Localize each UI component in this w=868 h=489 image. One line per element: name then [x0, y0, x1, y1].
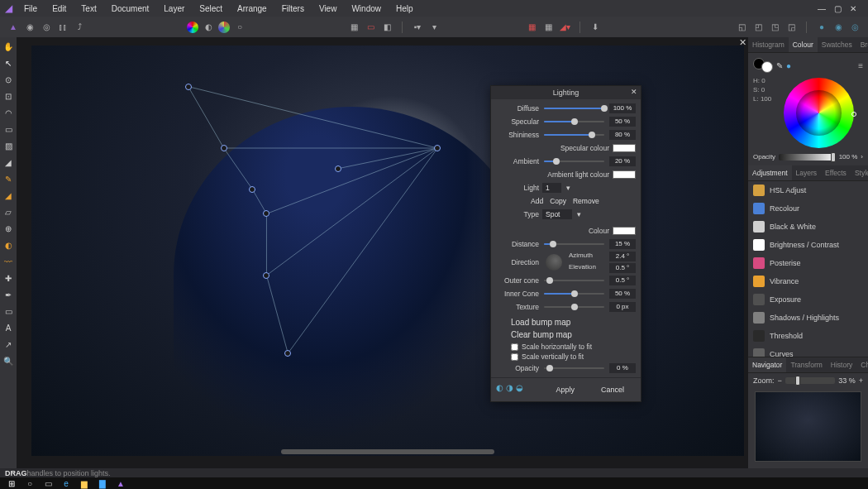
move-tool-icon[interactable]: ↖ [2, 57, 14, 69]
edge-icon[interactable]: e [58, 478, 74, 488]
smudge-tool-icon[interactable]: 〰 [2, 256, 14, 267]
dialog-titlebar[interactable]: Lighting ✕ [491, 86, 641, 99]
tab-history[interactable]: History [827, 357, 856, 372]
adjustment-item[interactable]: Threshold [748, 327, 868, 345]
mirror-view-icon[interactable]: ◒ [516, 383, 523, 396]
panel-menu-icon[interactable]: ≡ [858, 61, 863, 70]
persona-develop-icon[interactable]: ◎ [40, 21, 53, 34]
arrange-forward-icon[interactable]: ◳ [768, 21, 781, 34]
marquee-icon[interactable]: ▭ [364, 21, 377, 34]
menu-file[interactable]: File [17, 2, 44, 15]
persona-photo-icon[interactable]: ▲ [7, 21, 20, 34]
search-icon[interactable]: ○ [21, 478, 38, 488]
snap-icon[interactable]: ⬇ [589, 21, 602, 34]
copy-button[interactable]: Copy [550, 197, 566, 205]
color-cycle-icon[interactable] [187, 22, 198, 33]
close-icon[interactable]: ✕ [850, 4, 856, 13]
contrast-icon[interactable]: ◐ [202, 21, 215, 34]
menu-view[interactable]: View [312, 2, 344, 15]
type-select[interactable]: Spot [542, 209, 572, 219]
persona-export-icon[interactable]: ⤴ [73, 21, 86, 34]
light-handle[interactable] [434, 145, 441, 151]
fg-bg-swatches[interactable] [753, 58, 773, 73]
dodge-tool-icon[interactable]: ◐ [2, 239, 14, 251]
menu-edit[interactable]: Edit [45, 2, 73, 15]
outercone-slider[interactable] [544, 280, 604, 281]
remove-button[interactable]: Remove [573, 197, 599, 205]
light-handle[interactable] [284, 350, 291, 357]
light-handle[interactable] [263, 272, 269, 279]
tab-channels[interactable]: Channels [856, 357, 868, 372]
before-after-icon[interactable]: ◐ [496, 383, 503, 396]
direction-trackball[interactable] [546, 254, 562, 271]
light-select[interactable]: 1 [542, 183, 561, 193]
add-button[interactable]: Add [531, 197, 543, 205]
dialog-close-icon[interactable]: ✕ [631, 88, 637, 96]
outercone-value[interactable]: 0.5 ° [609, 276, 636, 285]
grid-icon[interactable]: ▦ [525, 21, 538, 34]
shininess-value[interactable]: 80 % [609, 130, 636, 140]
menu-select[interactable]: Select [193, 2, 229, 15]
arrange-front-icon[interactable]: ◲ [785, 21, 798, 34]
crop-icon[interactable]: ◧ [380, 21, 393, 34]
layer-mode-icon[interactable]: ▪▾ [411, 21, 424, 34]
color-dot-icon[interactable]: ● [786, 61, 791, 70]
colour-swatch[interactable] [613, 227, 636, 235]
arrange-back-icon[interactable]: ◱ [735, 21, 748, 34]
distance-value[interactable]: 15 % [609, 239, 636, 249]
misc-icon[interactable]: ▾ [427, 21, 441, 34]
tab-adjustment[interactable]: Adjustment [748, 165, 792, 180]
brush-tool-icon[interactable]: ✎ [2, 173, 14, 185]
align-icon[interactable]: ◢▾ [558, 21, 571, 34]
shininess-slider[interactable] [544, 134, 604, 136]
dlg-opacity-slider[interactable] [544, 367, 604, 369]
app-taskbar-icon[interactable]: ▲ [112, 478, 129, 488]
arrange-backward-icon[interactable]: ◰ [751, 21, 765, 34]
clear-bump-link[interactable]: Clear bump map [496, 330, 636, 341]
opacity-slider[interactable] [779, 154, 836, 161]
menu-arrange[interactable]: Arrange [231, 2, 274, 15]
erase-tool-icon[interactable]: ▱ [2, 206, 14, 218]
load-bump-link[interactable]: Load bump map [496, 314, 636, 328]
restore-icon[interactable]: ▢ [834, 4, 842, 13]
tab-brushes[interactable]: Brushes [856, 37, 868, 52]
light-handle[interactable] [263, 210, 269, 217]
zoom-out-icon[interactable]: − [778, 376, 782, 385]
specular-slider[interactable] [544, 121, 604, 122]
navigator-preview[interactable] [755, 391, 861, 462]
cancel-button[interactable]: Cancel [589, 383, 636, 396]
dlg-opacity-value[interactable]: 0 % [609, 363, 636, 373]
elevation-value[interactable]: 0.5 ° [609, 263, 636, 273]
ambient-slider[interactable] [544, 161, 604, 162]
azimuth-value[interactable]: 2.4 ° [609, 252, 636, 261]
zoom-slider[interactable] [785, 377, 835, 384]
studio-icon1[interactable]: ● [815, 21, 828, 34]
persona-tone-icon[interactable]: ⫿⫿ [56, 21, 69, 34]
menu-text[interactable]: Text [74, 2, 103, 15]
innercone-value[interactable]: 50 % [609, 289, 636, 299]
eyedropper-mini-icon[interactable]: ✎ [776, 61, 783, 70]
adjustment-item[interactable]: Black & White [748, 218, 868, 236]
scale-h-checkbox[interactable]: Scale horizontally to fit [496, 343, 636, 351]
fill-tool-icon[interactable]: ◢ [2, 189, 14, 201]
gradient-tool-icon[interactable]: ◢ [2, 156, 14, 168]
studio-icon2[interactable]: ◉ [832, 21, 845, 34]
eyedropper-icon[interactable]: ↗ [2, 338, 14, 350]
selection-brush-icon[interactable]: ◠ [2, 107, 14, 118]
color-wheel[interactable] [784, 78, 854, 148]
texture-value[interactable]: 0 px [609, 302, 636, 312]
specular-colour-swatch[interactable] [613, 144, 636, 152]
hand-tool-icon[interactable]: ✋ [2, 41, 14, 52]
diffuse-value[interactable]: 100 % [609, 103, 636, 113]
menu-window[interactable]: Window [345, 2, 388, 15]
adjustment-item[interactable]: Vibrance [748, 272, 868, 290]
selection-tool-icon[interactable]: ▦ [347, 21, 360, 34]
horizontal-scrollbar[interactable] [281, 449, 495, 454]
healing-tool-icon[interactable]: ✚ [2, 272, 14, 284]
light-handle[interactable] [335, 165, 341, 172]
flood-tool-icon[interactable]: ▨ [2, 140, 14, 151]
tab-transform[interactable]: Transform [786, 357, 826, 372]
opacity-stepper-icon[interactable]: › [861, 153, 863, 161]
shape-tool-icon[interactable]: ▭ [2, 305, 14, 317]
tab-histogram[interactable]: Histogram [748, 37, 789, 52]
